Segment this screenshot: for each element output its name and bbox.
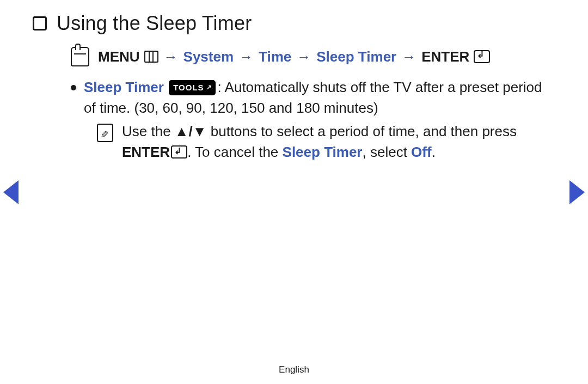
breadcrumb-arrow: →: [237, 48, 255, 65]
sleep-timer-inline: Sleep Timer: [283, 144, 363, 160]
bullet-icon: [71, 85, 76, 90]
breadcrumb-menu: MENU: [98, 48, 140, 65]
menu-grid-icon: [144, 51, 158, 63]
section-checkbox-icon: [33, 16, 47, 31]
tools-badge: TOOLS: [169, 80, 215, 95]
enter-key-icon: [474, 50, 490, 63]
off-word: Off: [411, 144, 432, 160]
breadcrumb-arrow: →: [295, 48, 313, 65]
note-prefix: Use the: [122, 123, 175, 139]
note-after-enter: . To cancel the: [187, 144, 282, 160]
breadcrumb-enter: ENTER: [421, 48, 469, 65]
note-text: Use the ▲/▼ buttons to select a period o…: [122, 121, 555, 162]
nav-next-button[interactable]: [569, 180, 585, 204]
note-mid: buttons to select a period of time, and …: [207, 123, 517, 139]
footer-language: English: [0, 364, 588, 375]
bullet-text: Sleep Timer TOOLS: Automatically shuts o…: [84, 77, 555, 163]
manual-page: Using the Sleep Timer MENU → System → Ti…: [0, 0, 588, 384]
hand-press-icon: [71, 47, 89, 66]
enter-word: ENTER: [122, 144, 170, 160]
note-row: Use the ▲/▼ buttons to select a period o…: [97, 121, 555, 162]
sleep-timer-label: Sleep Timer: [84, 79, 164, 95]
breadcrumb: MENU → System → Time → Sleep Timer → ENT…: [71, 47, 555, 66]
up-down-icon: ▲/▼: [175, 123, 207, 139]
content-block: MENU → System → Time → Sleep Timer → ENT…: [71, 47, 555, 163]
breadcrumb-arrow: →: [400, 48, 418, 65]
breadcrumb-system: System: [183, 48, 234, 65]
page-title: Using the Sleep Timer: [57, 12, 252, 35]
breadcrumb-sleep-timer: Sleep Timer: [316, 48, 396, 65]
page-title-row: Using the Sleep Timer: [33, 12, 555, 35]
breadcrumb-time: Time: [259, 48, 291, 65]
breadcrumb-arrow: →: [162, 48, 180, 65]
note-select: , select: [362, 144, 411, 160]
note-icon: [97, 124, 113, 142]
nav-prev-button[interactable]: [3, 180, 19, 204]
enter-key-icon: [171, 145, 187, 159]
period: .: [432, 144, 436, 160]
bullet-item: Sleep Timer TOOLS: Automatically shuts o…: [71, 77, 555, 163]
